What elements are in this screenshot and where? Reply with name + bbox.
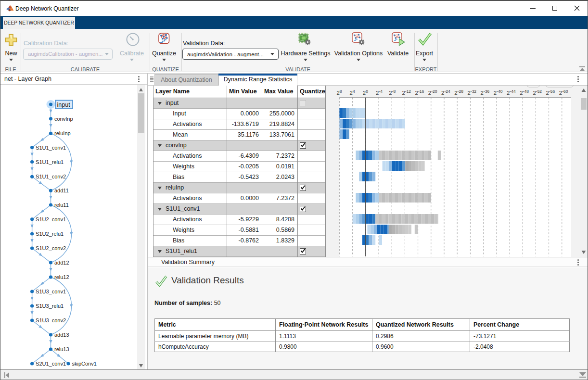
svg-text:add11: add11 — [54, 188, 69, 193]
svg-text:reluInp: reluInp — [54, 130, 71, 136]
svg-text:skipConv1: skipConv1 — [72, 361, 97, 367]
svg-text:S1U2_relu1: S1U2_relu1 — [36, 231, 64, 237]
svg-text:relu13: relu13 — [54, 346, 69, 352]
svg-text:input: input — [57, 101, 71, 108]
svg-text:S1U1_conv2: S1U1_conv2 — [36, 174, 66, 179]
svg-text:S1U3_conv1: S1U3_conv1 — [36, 289, 66, 294]
svg-text:add12: add12 — [54, 260, 69, 266]
svg-text:convInp: convInp — [54, 116, 73, 122]
svg-text:S1U1_relu1: S1U1_relu1 — [36, 159, 64, 165]
svg-text:S1U2_conv2: S1U2_conv2 — [36, 245, 66, 251]
svg-text:S1U3_relu1: S1U3_relu1 — [36, 303, 64, 309]
svg-text:relu12: relu12 — [54, 274, 69, 280]
svg-text:S1U3_conv2: S1U3_conv2 — [36, 317, 66, 323]
svg-text:relu11: relu11 — [54, 202, 69, 208]
svg-text:S1U2_conv1: S1U2_conv1 — [36, 216, 66, 222]
svg-text:S1U1_conv1: S1U1_conv1 — [36, 145, 66, 151]
svg-text:S2U1_conv1: S2U1_conv1 — [36, 361, 66, 367]
svg-text:add13: add13 — [54, 332, 69, 338]
